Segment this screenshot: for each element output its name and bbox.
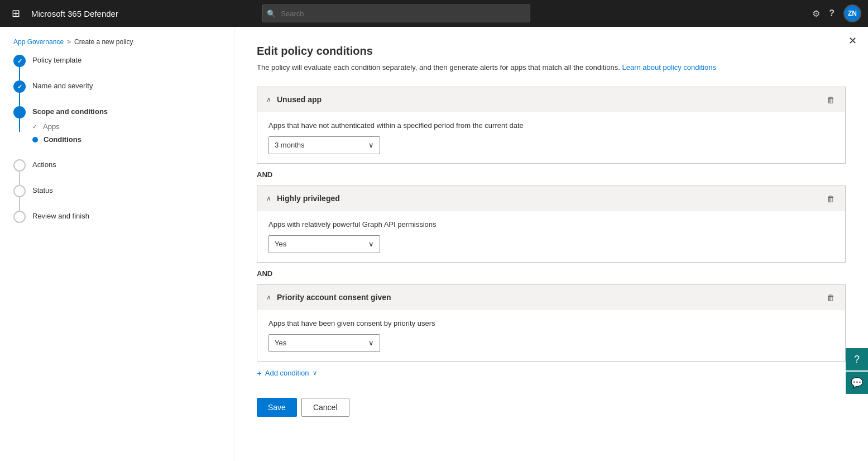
step-content-6: Review and finish [32,211,89,234]
condition-header-left-1: ∧ Unused app [266,95,322,104]
condition-title-3: Priority account consent given [277,293,391,302]
step-line-1 [19,67,20,80]
condition-card-highly-privileged: ∧ Highly privileged 🗑 Apps with relative… [257,186,846,263]
condition-select-3[interactable]: Yes ∨ [268,334,380,352]
step-actions: Actions [13,159,220,185]
condition-body-1: Apps that have not authenticated within … [257,112,845,163]
step-left-5 [13,185,26,211]
search-input[interactable] [262,4,530,22]
step-policy-template: ✓ Policy template [13,55,220,80]
chevron-down-icon-add: ∨ [313,369,317,377]
step-content-1: Policy template [32,55,81,78]
chat-icon: 💬 [851,377,863,389]
step-content-3: Scope and conditions ✓ Apps Conditions [32,106,108,159]
breadcrumb-separator: > [67,38,71,46]
step-label-2: Name and severity [32,82,93,90]
condition-desc-1: Apps that have not authenticated within … [268,121,834,130]
app-title: Microsoft 365 Defender [31,9,118,18]
sub-step-conditions-label: Conditions [44,135,81,144]
condition-desc-3: Apps that have been given consent by pri… [268,319,834,327]
condition-select-1[interactable]: 3 months ∨ [268,136,380,154]
condition-card-unused-app: ∧ Unused app 🗑 Apps that have not authen… [257,87,846,164]
condition-body-2: Apps with relatively powerful Graph API … [257,211,845,262]
delete-condition-1-button[interactable]: 🗑 [826,94,836,106]
sub-step-conditions-dot [32,137,38,142]
and-label-1: AND [257,164,846,186]
step-name-severity: ✓ Name and severity [13,80,220,106]
step-circle-2: ✓ [13,80,26,93]
sub-step-apps-check: ✓ [32,123,37,130]
cancel-button[interactable]: Cancel [301,398,349,417]
sub-step-apps: ✓ Apps [32,120,108,133]
step-status: Status [13,185,220,211]
step-line-4 [19,172,20,185]
step-list: ✓ Policy template ✓ Name and severity [0,55,234,234]
footer-buttons: Save Cancel [257,398,846,417]
breadcrumb: App Governance > Create a new policy [0,38,234,55]
search-container: 🔍 [262,4,530,22]
step-circle-6 [13,211,26,223]
step-line-5 [19,197,20,211]
step-content-4: Actions [32,159,56,182]
waffle-icon[interactable]: ⊞ [7,4,25,22]
sub-step-apps-label: Apps [43,122,60,131]
step-scope-conditions: Scope and conditions ✓ Apps Conditions [13,106,220,159]
side-float-buttons: ? 💬 [846,348,868,394]
chevron-down-icon-select-2: ∨ [368,240,374,248]
step-circle-5 [13,185,26,197]
condition-select-value-2: Yes [275,240,286,248]
condition-title-2: Highly privileged [277,194,340,203]
close-button[interactable]: ✕ [848,36,857,46]
condition-select-2[interactable]: Yes ∨ [268,235,380,253]
sub-step-list: ✓ Apps Conditions [32,120,108,146]
plus-icon: + [257,368,262,378]
condition-body-3: Apps that have been given consent by pri… [257,310,845,361]
step-circle-3 [13,106,26,118]
chevron-down-icon-select-1: ∨ [368,141,374,149]
chevron-up-icon-2[interactable]: ∧ [266,194,271,202]
condition-select-value-3: Yes [275,339,286,347]
step-review: Review and finish [13,211,220,234]
breadcrumb-parent[interactable]: App Governance [13,38,64,46]
help-icon[interactable]: ? [829,8,835,18]
step-left-3 [13,106,26,132]
chat-float-button[interactable]: 💬 [846,372,868,394]
headset-float-button[interactable]: ? [846,348,868,370]
condition-header-highly-privileged: ∧ Highly privileged 🗑 [257,186,845,211]
step-left-1: ✓ [13,55,26,80]
step-line-3 [19,118,20,132]
chevron-up-icon-1[interactable]: ∧ [266,96,271,103]
condition-card-priority-account: ∧ Priority account consent given 🗑 Apps … [257,284,846,362]
topnav-right: ⚙ ? ZN [812,4,861,22]
chevron-down-icon-select-3: ∨ [368,339,374,347]
user-avatar[interactable]: ZN [843,4,861,22]
chevron-up-icon-3[interactable]: ∧ [266,293,271,301]
delete-condition-3-button[interactable]: 🗑 [826,292,836,303]
step-label-3: Scope and conditions [32,107,108,116]
step-circle-4 [13,159,26,172]
condition-header-left-3: ∧ Priority account consent given [266,293,391,302]
step-label-6: Review and finish [32,212,89,220]
step-content-2: Name and severity [32,80,93,103]
learn-more-link[interactable]: Learn about policy conditions [622,63,716,72]
save-button[interactable]: Save [257,398,297,417]
main-content: ✕ Edit policy conditions The policy will… [234,27,868,461]
settings-icon[interactable]: ⚙ [812,8,820,19]
delete-condition-2-button[interactable]: 🗑 [826,193,836,205]
condition-header-priority-account: ∧ Priority account consent given 🗑 [257,285,845,310]
layout: App Governance > Create a new policy ✓ P… [0,27,868,461]
breadcrumb-current: Create a new policy [74,38,133,46]
condition-select-value-1: 3 months [275,141,304,149]
headset-icon: ? [854,354,860,365]
add-condition-button[interactable]: + Add condition ∨ [257,362,317,384]
condition-title-1: Unused app [277,95,322,104]
step-label-5: Status [32,186,53,194]
condition-desc-2: Apps with relatively powerful Graph API … [268,220,834,229]
add-condition-label: Add condition [265,369,309,377]
sidebar: App Governance > Create a new policy ✓ P… [0,27,234,461]
sub-step-conditions: Conditions [32,133,108,146]
step-label-1: Policy template [32,56,81,64]
page-description: The policy will evaluate each condition … [257,62,846,73]
step-content-5: Status [32,185,53,208]
topnav: ⊞ Microsoft 365 Defender 🔍 ⚙ ? ZN [0,0,868,27]
